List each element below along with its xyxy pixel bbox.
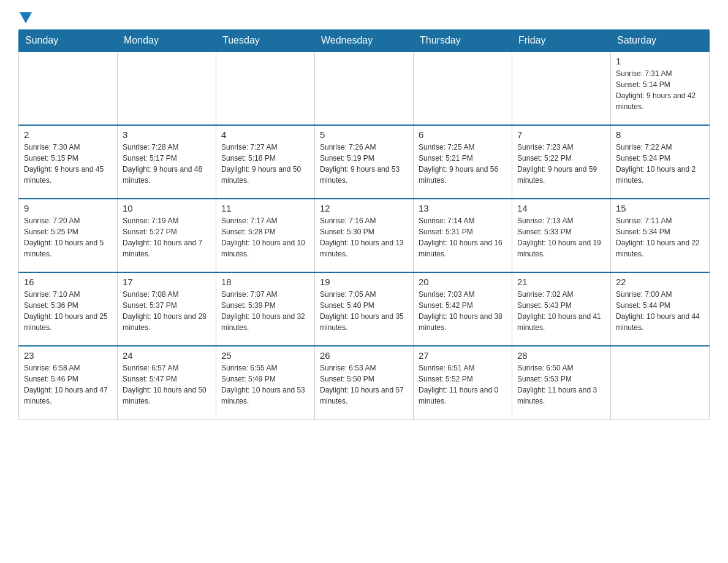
day-info: Sunrise: 7:20 AMSunset: 5:25 PMDaylight:… <box>24 215 112 259</box>
week-row: 1Sunrise: 7:31 AMSunset: 5:14 PMDaylight… <box>19 52 710 125</box>
calendar-cell: 24Sunrise: 6:57 AMSunset: 5:47 PMDayligh… <box>118 346 216 419</box>
day-of-week-header: Friday <box>512 30 611 52</box>
day-of-week-header: Monday <box>118 30 216 52</box>
day-info: Sunrise: 7:17 AMSunset: 5:28 PMDaylight:… <box>221 215 309 259</box>
day-info: Sunrise: 7:30 AMSunset: 5:15 PMDaylight:… <box>24 142 112 186</box>
day-info: Sunrise: 6:50 AMSunset: 5:53 PMDaylight:… <box>517 362 605 407</box>
day-info: Sunrise: 7:19 AMSunset: 5:27 PMDaylight:… <box>123 215 211 259</box>
calendar-cell: 26Sunrise: 6:53 AMSunset: 5:50 PMDayligh… <box>315 346 414 419</box>
day-number: 17 <box>123 277 211 287</box>
day-info: Sunrise: 6:53 AMSunset: 5:50 PMDaylight:… <box>320 362 408 407</box>
day-number: 8 <box>616 129 704 140</box>
day-number: 1 <box>616 56 704 66</box>
day-of-week-header: Sunday <box>19 30 118 52</box>
day-of-week-header: Tuesday <box>216 30 315 52</box>
calendar-cell: 16Sunrise: 7:10 AMSunset: 5:36 PMDayligh… <box>19 272 118 346</box>
day-number: 2 <box>24 129 112 140</box>
day-info: Sunrise: 7:00 AMSunset: 5:44 PMDaylight:… <box>616 289 704 333</box>
day-info: Sunrise: 6:51 AMSunset: 5:52 PMDaylight:… <box>419 362 507 407</box>
day-number: 28 <box>517 350 605 361</box>
calendar-cell: 5Sunrise: 7:26 AMSunset: 5:19 PMDaylight… <box>315 125 414 199</box>
day-number: 23 <box>24 350 112 361</box>
calendar-cell: 3Sunrise: 7:28 AMSunset: 5:17 PMDaylight… <box>118 125 216 199</box>
calendar-cell: 21Sunrise: 7:02 AMSunset: 5:43 PMDayligh… <box>512 272 611 346</box>
day-number: 7 <box>517 129 605 140</box>
calendar-cell: 25Sunrise: 6:55 AMSunset: 5:49 PMDayligh… <box>216 346 315 419</box>
calendar-cell: 18Sunrise: 7:07 AMSunset: 5:39 PMDayligh… <box>216 272 315 346</box>
day-info: Sunrise: 7:03 AMSunset: 5:42 PMDaylight:… <box>419 289 507 333</box>
calendar-cell: 7Sunrise: 7:23 AMSunset: 5:22 PMDaylight… <box>512 125 611 199</box>
calendar-cell: 20Sunrise: 7:03 AMSunset: 5:42 PMDayligh… <box>414 272 512 346</box>
calendar-header-row: SundayMondayTuesdayWednesdayThursdayFrid… <box>19 30 710 52</box>
calendar-cell: 11Sunrise: 7:17 AMSunset: 5:28 PMDayligh… <box>216 199 315 272</box>
calendar-cell <box>512 52 611 125</box>
day-number: 25 <box>221 350 309 361</box>
day-number: 19 <box>320 277 408 287</box>
calendar-cell: 13Sunrise: 7:14 AMSunset: 5:31 PMDayligh… <box>414 199 512 272</box>
day-info: Sunrise: 7:27 AMSunset: 5:18 PMDaylight:… <box>221 142 309 186</box>
day-number: 16 <box>24 277 112 287</box>
day-number: 10 <box>123 203 211 213</box>
day-info: Sunrise: 7:02 AMSunset: 5:43 PMDaylight:… <box>517 289 605 333</box>
calendar-cell: 27Sunrise: 6:51 AMSunset: 5:52 PMDayligh… <box>414 346 512 419</box>
calendar-cell: 9Sunrise: 7:20 AMSunset: 5:25 PMDaylight… <box>19 199 118 272</box>
day-number: 22 <box>616 277 704 287</box>
day-number: 24 <box>123 350 211 361</box>
day-number: 6 <box>419 129 507 140</box>
day-number: 15 <box>616 203 704 213</box>
page-header <box>18 12 710 23</box>
day-info: Sunrise: 7:28 AMSunset: 5:17 PMDaylight:… <box>123 142 211 186</box>
day-info: Sunrise: 7:14 AMSunset: 5:31 PMDaylight:… <box>419 215 507 259</box>
day-of-week-header: Wednesday <box>315 30 414 52</box>
calendar-cell: 14Sunrise: 7:13 AMSunset: 5:33 PMDayligh… <box>512 199 611 272</box>
logo <box>18 12 33 23</box>
calendar-cell: 12Sunrise: 7:16 AMSunset: 5:30 PMDayligh… <box>315 199 414 272</box>
logo-triangle-icon <box>20 12 32 23</box>
day-number: 5 <box>320 129 408 140</box>
calendar-cell: 10Sunrise: 7:19 AMSunset: 5:27 PMDayligh… <box>118 199 216 272</box>
day-of-week-header: Saturday <box>611 30 710 52</box>
day-number: 18 <box>221 277 309 287</box>
calendar-cell: 22Sunrise: 7:00 AMSunset: 5:44 PMDayligh… <box>611 272 710 346</box>
day-info: Sunrise: 7:08 AMSunset: 5:37 PMDaylight:… <box>123 289 211 333</box>
calendar-cell: 28Sunrise: 6:50 AMSunset: 5:53 PMDayligh… <box>512 346 611 419</box>
day-info: Sunrise: 6:58 AMSunset: 5:46 PMDaylight:… <box>24 362 112 407</box>
week-row: 23Sunrise: 6:58 AMSunset: 5:46 PMDayligh… <box>19 346 710 419</box>
calendar-table: SundayMondayTuesdayWednesdayThursdayFrid… <box>18 29 710 420</box>
calendar-cell <box>19 52 118 125</box>
week-row: 2Sunrise: 7:30 AMSunset: 5:15 PMDaylight… <box>19 125 710 199</box>
calendar-cell: 2Sunrise: 7:30 AMSunset: 5:15 PMDaylight… <box>19 125 118 199</box>
day-number: 26 <box>320 350 408 361</box>
calendar-cell: 4Sunrise: 7:27 AMSunset: 5:18 PMDaylight… <box>216 125 315 199</box>
day-number: 20 <box>419 277 507 287</box>
day-info: Sunrise: 7:26 AMSunset: 5:19 PMDaylight:… <box>320 142 408 186</box>
day-info: Sunrise: 7:05 AMSunset: 5:40 PMDaylight:… <box>320 289 408 333</box>
day-number: 13 <box>419 203 507 213</box>
day-info: Sunrise: 7:07 AMSunset: 5:39 PMDaylight:… <box>221 289 309 333</box>
day-number: 4 <box>221 129 309 140</box>
calendar-cell: 17Sunrise: 7:08 AMSunset: 5:37 PMDayligh… <box>118 272 216 346</box>
week-row: 9Sunrise: 7:20 AMSunset: 5:25 PMDaylight… <box>19 199 710 272</box>
calendar-cell <box>216 52 315 125</box>
calendar-cell <box>315 52 414 125</box>
day-info: Sunrise: 7:16 AMSunset: 5:30 PMDaylight:… <box>320 215 408 259</box>
day-info: Sunrise: 7:13 AMSunset: 5:33 PMDaylight:… <box>517 215 605 259</box>
calendar-cell: 6Sunrise: 7:25 AMSunset: 5:21 PMDaylight… <box>414 125 512 199</box>
calendar-cell: 15Sunrise: 7:11 AMSunset: 5:34 PMDayligh… <box>611 199 710 272</box>
day-number: 11 <box>221 203 309 213</box>
day-number: 27 <box>419 350 507 361</box>
day-number: 9 <box>24 203 112 213</box>
day-info: Sunrise: 6:55 AMSunset: 5:49 PMDaylight:… <box>221 362 309 407</box>
day-info: Sunrise: 7:10 AMSunset: 5:36 PMDaylight:… <box>24 289 112 333</box>
day-info: Sunrise: 7:22 AMSunset: 5:24 PMDaylight:… <box>616 142 704 186</box>
calendar-cell <box>118 52 216 125</box>
calendar-cell <box>611 346 710 419</box>
calendar-cell: 1Sunrise: 7:31 AMSunset: 5:14 PMDaylight… <box>611 52 710 125</box>
day-info: Sunrise: 7:31 AMSunset: 5:14 PMDaylight:… <box>616 68 704 112</box>
calendar-cell: 19Sunrise: 7:05 AMSunset: 5:40 PMDayligh… <box>315 272 414 346</box>
day-number: 12 <box>320 203 408 213</box>
calendar-cell: 8Sunrise: 7:22 AMSunset: 5:24 PMDaylight… <box>611 125 710 199</box>
calendar-cell: 23Sunrise: 6:58 AMSunset: 5:46 PMDayligh… <box>19 346 118 419</box>
week-row: 16Sunrise: 7:10 AMSunset: 5:36 PMDayligh… <box>19 272 710 346</box>
day-info: Sunrise: 7:25 AMSunset: 5:21 PMDaylight:… <box>419 142 507 186</box>
